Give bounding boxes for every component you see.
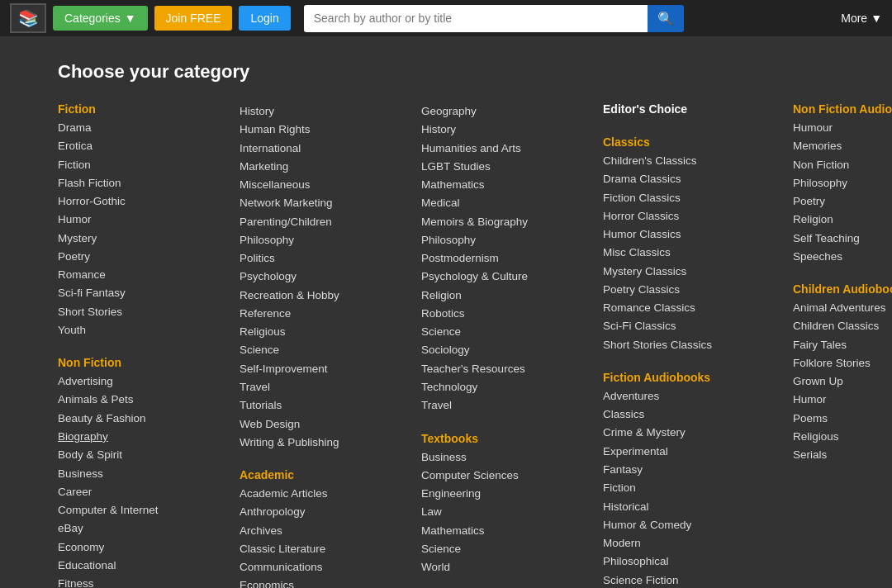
category-link[interactable]: Classics <box>603 405 785 424</box>
category-link[interactable]: Technology <box>421 378 595 396</box>
search-input[interactable] <box>304 5 648 32</box>
category-link[interactable]: Historical <box>603 498 785 516</box>
category-link[interactable]: Biography <box>58 428 231 446</box>
category-link[interactable]: Grown Up <box>793 372 892 391</box>
category-link[interactable]: Humor Classics <box>603 225 785 244</box>
category-link[interactable]: History <box>421 121 595 139</box>
category-link[interactable]: Experimental <box>603 443 785 461</box>
category-link[interactable]: Self-Improvement <box>240 360 413 378</box>
category-link[interactable]: Sociology <box>421 341 595 359</box>
category-link[interactable]: World <box>421 558 595 576</box>
category-link[interactable]: Communications <box>240 558 413 576</box>
category-link[interactable]: Philosophical <box>603 552 785 571</box>
join-button[interactable]: Join FREE <box>154 6 233 31</box>
category-link[interactable]: Economy <box>58 538 231 557</box>
category-link[interactable]: Animals & Pets <box>58 391 231 409</box>
category-link[interactable]: Archives <box>240 522 413 540</box>
category-link[interactable]: Folklore Stories <box>793 354 892 372</box>
more-menu[interactable]: More ▼ <box>841 12 882 25</box>
category-link[interactable]: Human Rights <box>240 121 413 139</box>
category-link[interactable]: Classic Literature <box>240 540 413 558</box>
category-link[interactable]: Law <box>421 503 595 521</box>
category-link[interactable]: Sci-fi Fantasy <box>58 284 231 302</box>
category-link[interactable]: Medical <box>421 194 595 212</box>
category-link[interactable]: Web Design <box>240 415 413 434</box>
category-link[interactable]: Mathematics <box>421 522 595 540</box>
category-link[interactable]: Memories <box>793 137 892 155</box>
category-link[interactable]: Romance Classics <box>603 299 785 317</box>
category-link[interactable]: Self Teaching <box>793 230 892 248</box>
category-link[interactable]: Mystery Classics <box>603 263 785 281</box>
category-link[interactable]: Philosophy <box>421 231 595 249</box>
category-link[interactable]: Religion <box>793 211 892 229</box>
category-link[interactable]: Poetry <box>793 192 892 211</box>
category-link[interactable]: Educational <box>58 557 231 575</box>
category-link[interactable]: Serials <box>793 446 892 464</box>
category-link[interactable]: Economics <box>240 576 413 588</box>
category-link[interactable]: Computer & Internet <box>58 501 231 519</box>
category-link[interactable]: Non Fiction <box>793 156 892 174</box>
category-link[interactable]: Philosophy <box>240 231 413 249</box>
category-link[interactable]: Religious <box>793 428 892 446</box>
category-link[interactable]: Beauty & Fashion <box>58 410 231 428</box>
category-link[interactable]: Flash Fiction <box>58 174 231 192</box>
category-link[interactable]: Youth <box>58 321 231 339</box>
category-link[interactable]: Anthropology <box>240 503 413 521</box>
category-link[interactable]: Teacher's Resources <box>421 360 595 378</box>
category-link[interactable]: Sci-Fi Classics <box>603 317 785 335</box>
category-link[interactable]: Miscellaneous <box>240 176 413 194</box>
category-link[interactable]: Adventures <box>603 387 785 405</box>
category-link[interactable]: Network Marketing <box>240 194 413 212</box>
category-link[interactable]: Writing & Publishing <box>240 434 413 452</box>
category-link[interactable]: Science Fiction <box>603 571 785 588</box>
category-link[interactable]: Academic Articles <box>240 485 413 503</box>
category-link[interactable]: Animal Adventures <box>793 299 892 317</box>
category-link[interactable]: Geography <box>421 102 595 121</box>
login-button[interactable]: Login <box>239 6 290 31</box>
category-link[interactable]: Computer Sciences <box>421 467 595 485</box>
category-link[interactable]: Poetry <box>58 248 231 266</box>
category-link[interactable]: Philosophy <box>793 174 892 192</box>
category-link[interactable]: LGBT Studies <box>421 158 595 176</box>
category-link[interactable]: Humor <box>58 211 231 229</box>
category-link[interactable]: Postmodernism <box>421 249 595 268</box>
category-link[interactable]: Short Stories Classics <box>603 336 785 354</box>
category-link[interactable]: Children's Classics <box>603 152 785 170</box>
category-link[interactable]: Reference <box>240 305 413 323</box>
category-link[interactable]: History <box>240 102 413 121</box>
category-link[interactable]: Short Stories <box>58 303 231 321</box>
category-link[interactable]: Religion <box>421 287 595 305</box>
category-link[interactable]: Horror Classics <box>603 207 785 225</box>
category-link[interactable]: Body & Spirit <box>58 446 231 464</box>
category-link[interactable]: Science <box>421 323 595 341</box>
category-link[interactable]: Politics <box>240 249 413 268</box>
category-link[interactable]: Science <box>240 341 413 359</box>
category-link[interactable]: Business <box>421 448 595 467</box>
category-link[interactable]: Psychology & Culture <box>421 268 595 286</box>
categories-button[interactable]: Categories ▼ <box>53 6 148 31</box>
category-link[interactable]: Fitness <box>58 575 231 588</box>
category-link[interactable]: Erotica <box>58 137 231 155</box>
category-link[interactable]: Travel <box>421 396 595 415</box>
category-link[interactable]: Marketing <box>240 158 413 176</box>
category-link[interactable]: Poems <box>793 410 892 428</box>
category-link[interactable]: Horror-Gothic <box>58 192 231 211</box>
category-link[interactable]: International <box>240 140 413 158</box>
category-link[interactable]: Memoirs & Biography <box>421 213 595 231</box>
category-link[interactable]: Mathematics <box>421 176 595 194</box>
category-link[interactable]: eBay <box>58 519 231 538</box>
category-link[interactable]: Religious <box>240 323 413 341</box>
category-link[interactable]: Psychology <box>240 268 413 286</box>
category-link[interactable]: Advertising <box>58 372 231 391</box>
category-link[interactable]: Humour <box>793 119 892 137</box>
category-link[interactable]: Robotics <box>421 305 595 323</box>
category-link[interactable]: Modern <box>603 534 785 552</box>
category-link[interactable]: Speeches <box>793 248 892 266</box>
category-link[interactable]: Travel <box>240 378 413 396</box>
category-link[interactable]: Humor <box>793 391 892 409</box>
category-link[interactable]: Fairy Tales <box>793 336 892 354</box>
category-link[interactable]: Fiction Classics <box>603 189 785 207</box>
category-link[interactable]: Humor & Comedy <box>603 516 785 534</box>
category-link[interactable]: Tutorials <box>240 396 413 415</box>
category-link[interactable]: Fiction <box>58 156 231 174</box>
